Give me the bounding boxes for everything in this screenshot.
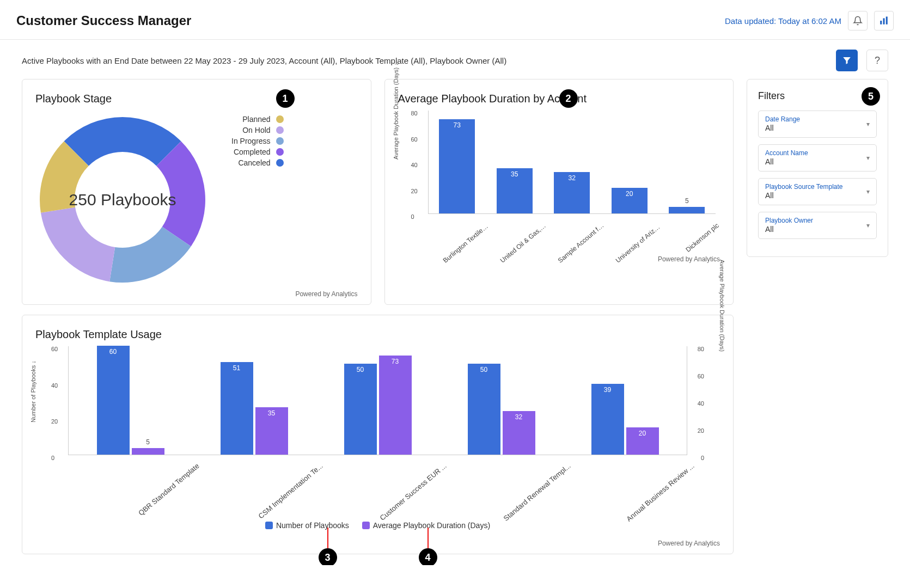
y-axis-label-right: Average Playbook Duration (Days) — [719, 260, 725, 352]
bar[interactable]: 32 — [554, 172, 590, 213]
bar[interactable]: 5 — [669, 207, 705, 213]
usage-bar-chart[interactable]: Number of Playbooks ↓ Average Playbook D… — [35, 346, 720, 520]
bar-value-label: 39 — [604, 386, 611, 394]
filter-select-date-range[interactable]: Date RangeAll▾ — [758, 111, 877, 138]
svg-rect-0 — [880, 21, 882, 24]
filter-value: All — [765, 225, 774, 234]
bar[interactable]: 20 — [612, 188, 648, 214]
bar[interactable]: 20 — [626, 427, 659, 455]
legend-swatch — [276, 126, 284, 134]
bar[interactable]: 39 — [591, 384, 624, 455]
filter-value: All — [765, 157, 774, 166]
legend-swatch — [276, 159, 284, 167]
y-tick: 20 — [411, 188, 418, 194]
filter-value: All — [765, 124, 774, 132]
leader-line — [427, 528, 429, 548]
legend-label: Completed — [234, 148, 271, 156]
chevron-down-icon: ▾ — [866, 154, 870, 162]
y-tick-left: 40 — [51, 382, 58, 389]
bar[interactable]: 51 — [221, 362, 253, 455]
card-title: Playbook Template Usage — [35, 328, 720, 341]
leader-line — [327, 528, 328, 548]
chevron-down-icon: ▾ — [866, 120, 870, 128]
bell-icon — [853, 16, 863, 26]
x-tick-label: Burlington Textiles Co... — [441, 222, 510, 288]
x-tick-label: University of Arizona — [614, 222, 682, 288]
y-tick-left: 60 — [51, 346, 58, 352]
filter-summary-text: Active Playbooks with an End Date betwee… — [22, 56, 506, 65]
donut-center-label: 250 Playbooks — [69, 191, 176, 209]
playbook-stage-card: Playbook Stage 1 250 Playbooks PlannedOn… — [22, 79, 371, 305]
legend-swatch — [276, 137, 284, 145]
filter-select-account-name[interactable]: Account NameAll▾ — [758, 144, 877, 171]
bar-value-label: 5 — [685, 197, 689, 205]
filter-label: Account Name — [765, 149, 870, 157]
bar-value-label: 60 — [109, 348, 117, 356]
filter-button[interactable] — [836, 50, 858, 71]
bar[interactable]: 35 — [255, 407, 288, 455]
filter-label: Date Range — [765, 115, 870, 123]
y-tick-right: 80 — [698, 346, 704, 352]
bar[interactable]: 50 — [344, 364, 377, 455]
filter-label: Playbook Owner — [765, 217, 870, 224]
x-tick-label: Sample Account for Entitle... — [557, 222, 625, 288]
analytics-icon-button[interactable] — [874, 11, 894, 30]
legend-swatch — [276, 115, 284, 123]
bar[interactable]: 60 — [97, 346, 130, 455]
callout-1: 1 — [276, 89, 295, 108]
donut-slice-on-hold[interactable] — [41, 207, 115, 281]
bar-value-label: 35 — [511, 170, 518, 178]
filter-select-playbook-source-template[interactable]: Playbook Source TemplateAll▾ — [758, 178, 877, 205]
filter-value: All — [765, 191, 774, 200]
donut-slice-canceled[interactable] — [64, 117, 181, 166]
chevron-down-icon: ▾ — [866, 222, 870, 229]
legend-row[interactable]: Completed — [231, 148, 284, 156]
y-tick: 0 — [411, 213, 414, 220]
bar-value-label: 32 — [515, 413, 522, 421]
help-button[interactable]: ? — [866, 50, 888, 71]
y-tick: 80 — [411, 110, 418, 117]
svg-rect-1 — [883, 19, 885, 24]
x-tick-label: Dickenson plc — [671, 222, 740, 288]
legend-label: In Progress — [231, 137, 271, 145]
page-title: Customer Success Manager — [16, 13, 191, 28]
callout-4: 4 — [419, 548, 437, 565]
y-tick: 40 — [411, 162, 418, 168]
y-tick-right: 60 — [698, 373, 704, 379]
bar[interactable]: 50 — [468, 364, 500, 455]
bell-icon-button[interactable] — [848, 11, 868, 30]
legend-row[interactable]: Canceled — [231, 158, 284, 167]
callout-2: 2 — [559, 89, 578, 108]
y-tick-right: 40 — [698, 400, 704, 407]
bar[interactable]: 32 — [503, 411, 535, 455]
funnel-icon — [842, 56, 852, 65]
bar[interactable]: 5 — [132, 448, 164, 455]
legend-label: On Hold — [242, 126, 270, 134]
legend-swatch — [276, 148, 284, 156]
legend-row[interactable]: In Progress — [231, 137, 284, 145]
x-tick-label: United Oil & Gas, UK — [499, 222, 567, 288]
callout-3: 3 — [319, 548, 337, 565]
bar[interactable]: 73 — [379, 356, 412, 455]
y-axis-label: Average Playbook Duration (Days) ↓ — [393, 63, 399, 160]
bar-value-label: 20 — [639, 430, 646, 437]
chevron-down-icon: ▾ — [866, 188, 870, 195]
donut-legend: PlannedOn HoldIn ProgressCompletedCancel… — [231, 115, 284, 167]
legend-row[interactable]: On Hold — [231, 126, 284, 134]
card-title: Playbook Stage — [35, 93, 358, 105]
filters-title: Filters — [758, 90, 877, 102]
y-tick-right: 0 — [701, 455, 704, 461]
bar[interactable]: 35 — [497, 168, 533, 213]
bar-value-label: 5 — [146, 438, 150, 446]
callout-5: 5 — [862, 87, 880, 106]
bar[interactable]: 73 — [439, 119, 475, 213]
bar-value-label: 73 — [454, 121, 461, 129]
filter-select-playbook-owner[interactable]: Playbook OwnerAll▾ — [758, 212, 877, 239]
duration-bar-chart[interactable]: Average Playbook Duration (Days) ↓ 73353… — [398, 111, 720, 252]
svg-rect-2 — [886, 17, 888, 24]
bar-value-label: 32 — [569, 174, 576, 182]
filters-panel: Filters 5 Date RangeAll▾Account NameAll▾… — [747, 79, 888, 257]
y-axis-label-left: Number of Playbooks ↓ — [30, 360, 36, 422]
donut-chart[interactable]: 250 Playbooks — [35, 113, 210, 287]
legend-row[interactable]: Planned — [231, 115, 284, 124]
